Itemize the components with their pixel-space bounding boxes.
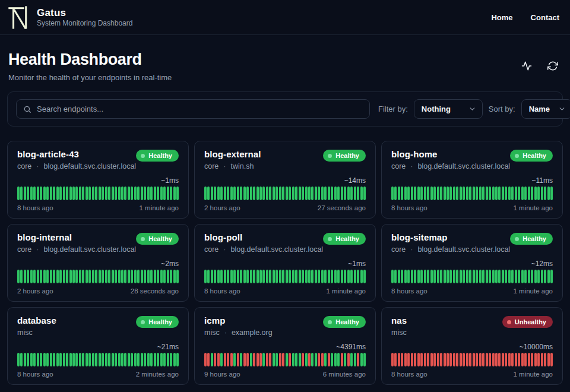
status-bar[interactable] — [128, 270, 130, 283]
status-bar[interactable] — [541, 270, 543, 283]
status-bar[interactable] — [486, 270, 488, 283]
status-bar[interactable] — [407, 186, 410, 200]
status-bar[interactable] — [479, 186, 482, 200]
status-bar[interactable] — [63, 270, 65, 283]
status-bar[interactable] — [528, 353, 530, 366]
status-bar[interactable] — [24, 353, 26, 366]
status-bar[interactable] — [40, 186, 42, 200]
status-bar[interactable] — [24, 186, 26, 200]
status-bar[interactable] — [246, 353, 249, 366]
status-bar[interactable] — [344, 186, 346, 200]
status-bar[interactable] — [102, 353, 104, 366]
status-bar[interactable] — [489, 270, 491, 283]
status-bar[interactable] — [121, 353, 124, 366]
status-bar[interactable] — [289, 353, 291, 366]
status-bar[interactable] — [486, 353, 488, 366]
status-bar[interactable] — [170, 186, 172, 200]
status-bar[interactable] — [115, 270, 117, 283]
status-bar[interactable] — [105, 186, 107, 200]
status-bar[interactable] — [391, 353, 394, 366]
status-bar[interactable] — [437, 270, 439, 283]
status-bar[interactable] — [453, 270, 455, 283]
status-bar[interactable] — [27, 186, 29, 200]
status-bar[interactable] — [253, 270, 255, 283]
status-bar[interactable] — [163, 353, 166, 366]
status-bar[interactable] — [157, 353, 159, 366]
status-bar[interactable] — [460, 353, 462, 366]
status-bar[interactable] — [86, 186, 88, 200]
status-bar[interactable] — [246, 270, 249, 283]
status-bar[interactable] — [321, 353, 324, 366]
status-bar[interactable] — [37, 186, 39, 200]
status-bar[interactable] — [243, 270, 246, 283]
status-bar[interactable] — [43, 270, 46, 283]
status-bar[interactable] — [134, 353, 137, 366]
status-bar[interactable] — [214, 186, 216, 200]
status-bar[interactable] — [273, 186, 275, 200]
status-bar[interactable] — [363, 270, 366, 283]
status-bar[interactable] — [495, 186, 498, 200]
status-bar[interactable] — [417, 353, 420, 366]
status-bar[interactable] — [56, 353, 59, 366]
status-bar[interactable] — [56, 186, 59, 200]
status-bar[interactable] — [266, 353, 268, 366]
status-bar[interactable] — [237, 353, 239, 366]
status-bar[interactable] — [424, 270, 426, 283]
status-bar[interactable] — [220, 186, 223, 200]
status-bar[interactable] — [394, 186, 397, 200]
status-bar[interactable] — [224, 186, 226, 200]
status-bar[interactable] — [401, 270, 403, 283]
status-bar[interactable] — [424, 186, 426, 200]
status-bar[interactable] — [40, 270, 42, 283]
status-bar[interactable] — [269, 186, 271, 200]
status-bar[interactable] — [230, 353, 233, 366]
status-bar[interactable] — [354, 186, 356, 200]
status-bar[interactable] — [398, 353, 400, 366]
status-bar[interactable] — [286, 353, 288, 366]
status-bar[interactable] — [547, 270, 550, 283]
status-bar[interactable] — [217, 186, 220, 200]
status-bar[interactable] — [53, 270, 55, 283]
status-bar[interactable] — [118, 186, 121, 200]
status-bar[interactable] — [360, 270, 363, 283]
status-bar[interactable] — [498, 353, 501, 366]
status-bar[interactable] — [531, 186, 533, 200]
status-bar[interactable] — [17, 270, 20, 283]
status-bar[interactable] — [173, 186, 176, 200]
status-bar[interactable] — [167, 186, 169, 200]
status-bar[interactable] — [95, 353, 97, 366]
status-bar[interactable] — [282, 270, 284, 283]
status-bar[interactable] — [276, 186, 278, 200]
status-bar[interactable] — [518, 353, 520, 366]
nav-link-contact[interactable]: Contact — [531, 13, 559, 22]
status-bar[interactable] — [59, 186, 62, 200]
status-bar[interactable] — [521, 270, 524, 283]
status-bar[interactable] — [262, 353, 265, 366]
status-bar[interactable] — [341, 353, 343, 366]
status-bar[interactable] — [259, 186, 262, 200]
status-bar[interactable] — [404, 270, 407, 283]
status-bar[interactable] — [17, 353, 20, 366]
status-bar[interactable] — [394, 270, 397, 283]
endpoint-card[interactable]: nas misc Unhealthy ~10000ms 8 hours ago … — [381, 307, 563, 385]
status-bar[interactable] — [337, 270, 340, 283]
status-bar[interactable] — [88, 270, 91, 283]
status-bar[interactable] — [295, 353, 297, 366]
status-bar[interactable] — [214, 270, 216, 283]
status-bar[interactable] — [331, 270, 333, 283]
status-bar[interactable] — [354, 270, 356, 283]
status-bar[interactable] — [424, 353, 426, 366]
status-bar[interactable] — [137, 353, 140, 366]
status-bar[interactable] — [147, 270, 150, 283]
status-bar[interactable] — [315, 186, 317, 200]
status-bar[interactable] — [27, 270, 29, 283]
status-bar[interactable] — [150, 270, 153, 283]
status-bar[interactable] — [279, 270, 281, 283]
status-bar[interactable] — [150, 186, 153, 200]
status-bar[interactable] — [420, 186, 423, 200]
status-bar[interactable] — [250, 186, 252, 200]
status-bar[interactable] — [463, 353, 465, 366]
status-bar[interactable] — [33, 353, 36, 366]
status-bar[interactable] — [53, 186, 55, 200]
status-bar[interactable] — [157, 186, 159, 200]
